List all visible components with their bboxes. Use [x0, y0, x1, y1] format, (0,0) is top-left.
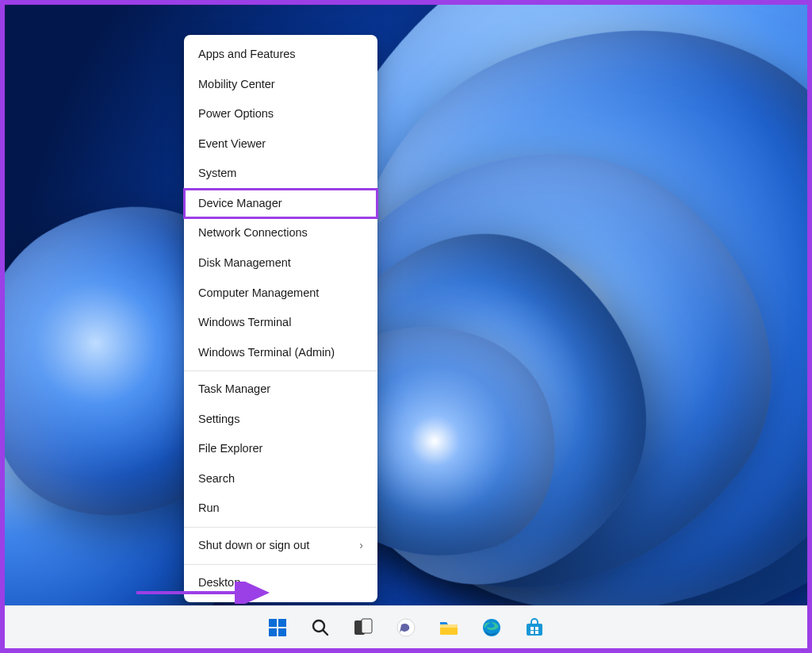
menu-item-computer-management[interactable]: Computer Management — [184, 278, 377, 309]
taskbar — [5, 605, 807, 648]
svg-rect-3 — [269, 628, 277, 636]
svg-rect-14 — [530, 627, 534, 630]
svg-rect-13 — [527, 624, 542, 636]
menu-item-device-manager[interactable]: Device Manager — [184, 189, 377, 219]
task-view-icon — [353, 617, 373, 638]
menu-item-label: Event Viewer — [198, 136, 266, 152]
svg-rect-8 — [362, 619, 372, 633]
svg-rect-16 — [530, 631, 534, 634]
desktop-wallpaper: Apps and FeaturesMobility CenterPower Op… — [5, 5, 807, 648]
chat-icon — [396, 617, 416, 638]
taskbar-search-button[interactable] — [304, 612, 336, 643]
svg-rect-2 — [278, 619, 286, 627]
taskbar-store-button[interactable] — [519, 612, 550, 643]
menu-item-desktop[interactable]: Desktop — [184, 568, 377, 598]
menu-item-label: Search — [198, 471, 235, 487]
menu-item-label: Power Options — [198, 106, 274, 122]
menu-item-search[interactable]: Search — [184, 464, 377, 494]
menu-item-power-options[interactable]: Power Options — [184, 99, 377, 129]
chevron-right-icon: › — [359, 538, 363, 553]
svg-rect-15 — [535, 627, 538, 630]
taskbar-chat-button[interactable] — [390, 612, 422, 643]
menu-item-file-explorer[interactable]: File Explorer — [184, 434, 377, 464]
menu-item-mobility-center[interactable]: Mobility Center — [184, 70, 377, 100]
menu-item-system[interactable]: System — [184, 159, 377, 189]
menu-item-label: Device Manager — [198, 196, 282, 212]
svg-rect-17 — [535, 631, 538, 634]
svg-rect-11 — [440, 624, 458, 628]
menu-item-label: File Explorer — [198, 441, 262, 457]
taskbar-edge-button[interactable] — [476, 612, 508, 643]
menu-item-label: Settings — [198, 412, 239, 428]
menu-separator — [184, 527, 377, 528]
menu-item-label: Run — [198, 501, 220, 517]
menu-item-label: Computer Management — [198, 286, 319, 302]
menu-item-label: Desktop — [198, 575, 240, 591]
menu-item-apps-features[interactable]: Apps and Features — [184, 40, 377, 70]
menu-item-label: Shut down or sign out — [198, 538, 309, 554]
menu-item-label: Task Manager — [198, 382, 270, 398]
svg-line-6 — [323, 630, 327, 635]
menu-item-label: Network Connections — [198, 225, 308, 241]
store-icon — [524, 617, 545, 638]
menu-item-settings[interactable]: Settings — [184, 405, 377, 435]
menu-item-label: Mobility Center — [198, 77, 275, 93]
menu-separator — [184, 564, 377, 565]
start-icon — [267, 617, 288, 638]
search-icon — [310, 617, 331, 638]
menu-item-disk-management[interactable]: Disk Management — [184, 248, 377, 278]
svg-rect-1 — [269, 619, 277, 627]
menu-item-task-manager[interactable]: Task Manager — [184, 375, 377, 405]
taskbar-task-view-button[interactable] — [347, 612, 379, 643]
taskbar-start-button[interactable] — [262, 612, 293, 643]
menu-item-label: System — [198, 166, 236, 182]
taskbar-file-explorer-button[interactable] — [433, 612, 465, 643]
menu-item-shut-down[interactable]: Shut down or sign out› — [184, 531, 377, 561]
menu-item-windows-terminal[interactable]: Windows Terminal — [184, 308, 377, 338]
file-explorer-icon — [439, 617, 459, 638]
menu-item-event-viewer[interactable]: Event Viewer — [184, 129, 377, 159]
menu-separator — [184, 371, 377, 371]
menu-item-run[interactable]: Run — [184, 494, 377, 524]
winx-context-menu: Apps and FeaturesMobility CenterPower Op… — [184, 35, 377, 602]
menu-item-windows-terminal-admin[interactable]: Windows Terminal (Admin) — [184, 338, 377, 368]
menu-item-label: Windows Terminal — [198, 315, 291, 331]
svg-rect-4 — [278, 628, 286, 636]
screenshot-frame: Apps and FeaturesMobility CenterPower Op… — [0, 0, 812, 653]
menu-item-label: Disk Management — [198, 255, 291, 271]
menu-item-label: Apps and Features — [198, 47, 296, 63]
menu-item-label: Windows Terminal (Admin) — [198, 345, 335, 361]
edge-icon — [481, 617, 502, 638]
menu-item-network-connections[interactable]: Network Connections — [184, 218, 377, 248]
